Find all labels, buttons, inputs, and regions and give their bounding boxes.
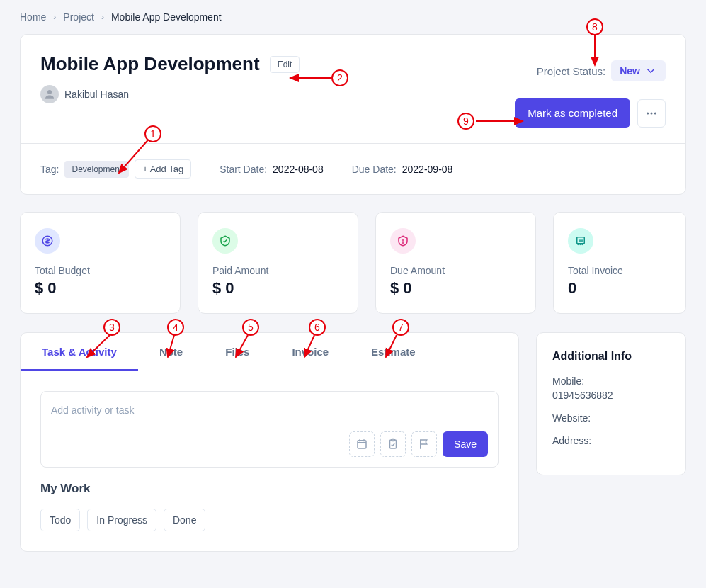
svg-point-2 <box>651 112 653 114</box>
project-status-value: New <box>620 65 640 77</box>
stat-invoice-value: 0 <box>568 279 671 298</box>
activity-composer: Save <box>40 391 499 468</box>
page-title: Mobile App Development <box>40 53 260 75</box>
paid-icon <box>212 228 238 254</box>
info-address-label: Address: <box>552 435 670 446</box>
my-work-title: My Work <box>40 482 499 496</box>
stat-paid-label: Paid Amount <box>212 265 343 276</box>
my-work-section: My Work Todo In Progress Done <box>21 482 518 551</box>
filter-todo-button[interactable]: Todo <box>40 509 80 531</box>
tab-note[interactable]: Note <box>138 333 204 371</box>
budget-icon <box>35 228 60 254</box>
tag-label: Tag: <box>40 164 59 175</box>
tag-chip[interactable]: Development <box>64 161 129 178</box>
chevron-down-icon <box>644 64 657 77</box>
more-horizontal-icon <box>645 107 658 120</box>
project-status-label: Project Status: <box>537 65 606 77</box>
breadcrumb-current: Mobile App Development <box>111 11 222 23</box>
breadcrumb-home[interactable]: Home <box>20 11 46 23</box>
edit-button[interactable]: Edit <box>270 56 300 73</box>
breadcrumb-project[interactable]: Project <box>63 11 94 23</box>
breadcrumb: Home › Project › Mobile App Development <box>0 0 706 34</box>
stat-due-label: Due Amount <box>390 265 521 276</box>
chevron-right-icon: › <box>101 12 104 22</box>
start-date-value: 2022-08-08 <box>273 164 324 175</box>
activity-flag-button[interactable] <box>411 431 437 457</box>
more-actions-button[interactable] <box>637 99 666 128</box>
tab-files[interactable]: Files <box>204 333 271 371</box>
svg-point-1 <box>647 112 649 114</box>
activity-save-button[interactable]: Save <box>443 431 488 457</box>
stat-invoice-card: Total Invoice 0 <box>553 212 686 314</box>
info-title: Additional Info <box>552 350 670 363</box>
filter-done-button[interactable]: Done <box>164 509 205 531</box>
stat-budget-card: Total Budget $ 0 <box>20 212 181 314</box>
start-date-label: Start Date: <box>220 164 267 175</box>
add-tag-button[interactable]: + Add Tag <box>135 159 191 179</box>
mark-completed-button[interactable]: Mark as completed <box>515 98 630 128</box>
owner-name: Rakibul Hasan <box>64 89 129 100</box>
clipboard-icon <box>387 438 399 451</box>
due-date-value: 2022-09-08 <box>402 164 453 175</box>
activity-input[interactable] <box>51 402 488 419</box>
invoice-icon <box>568 228 593 254</box>
stat-paid-card: Paid Amount $ 0 <box>198 212 358 314</box>
stats-row: Total Budget $ 0 Paid Amount $ 0 Due Amo… <box>20 212 686 314</box>
due-icon <box>390 228 416 254</box>
tab-invoice[interactable]: Invoice <box>271 333 350 371</box>
svg-rect-10 <box>358 441 366 448</box>
svg-point-6 <box>403 243 404 244</box>
tab-task-activity[interactable]: Task & Activity <box>21 333 138 371</box>
tabs-card: Task & Activity Note Files Invoice Estim… <box>20 332 519 552</box>
filter-in-progress-button[interactable]: In Progress <box>87 509 156 531</box>
stat-budget-value: $ 0 <box>35 279 166 298</box>
chevron-right-icon: › <box>53 12 56 22</box>
tabs-header: Task & Activity Note Files Invoice Estim… <box>21 333 518 371</box>
stat-due-card: Due Amount $ 0 <box>375 212 536 314</box>
stat-invoice-label: Total Invoice <box>568 265 671 276</box>
project-status-select[interactable]: New <box>611 60 666 81</box>
info-mobile-label: Mobile: <box>552 375 670 387</box>
info-website-label: Website: <box>552 412 670 424</box>
stat-paid-value: $ 0 <box>212 279 343 298</box>
owner-avatar <box>40 85 59 103</box>
tab-estimate[interactable]: Estimate <box>350 333 437 371</box>
calendar-icon <box>355 438 368 451</box>
additional-info-card: Additional Info Mobile: 01945636882 Webs… <box>536 332 686 475</box>
svg-point-3 <box>654 112 656 114</box>
info-mobile-value: 01945636882 <box>552 390 613 401</box>
stat-budget-label: Total Budget <box>35 265 166 276</box>
svg-point-0 <box>47 90 52 94</box>
project-header-card: Mobile App Development Edit Rakibul Hasa… <box>20 34 686 195</box>
due-date-label: Due Date: <box>352 164 397 175</box>
activity-date-button[interactable] <box>349 431 375 457</box>
flag-icon <box>418 438 431 451</box>
stat-due-value: $ 0 <box>390 279 521 298</box>
activity-task-button[interactable] <box>380 431 406 457</box>
